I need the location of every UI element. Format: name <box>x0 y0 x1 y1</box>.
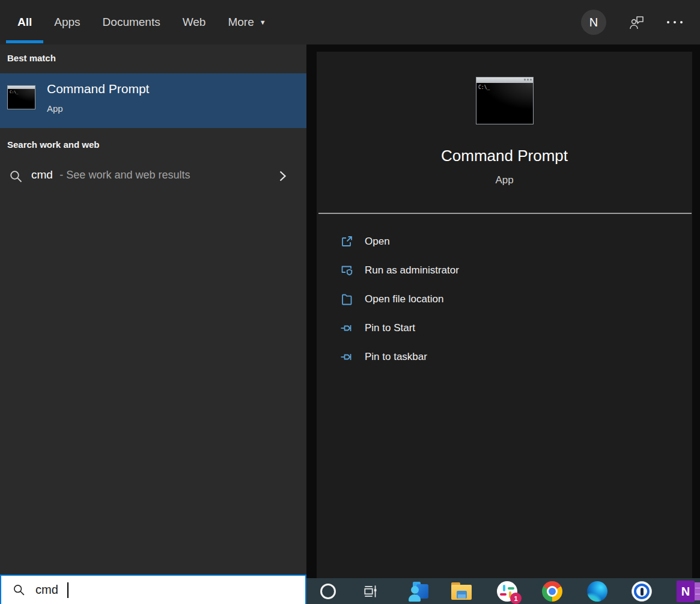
search-icon <box>12 583 26 597</box>
keyhole-glyph <box>632 581 652 602</box>
action-open[interactable]: Open <box>317 227 692 256</box>
slack-icon[interactable]: 1 <box>496 581 518 602</box>
more-options-icon[interactable] <box>667 21 683 23</box>
command-prompt-icon: C:\_ <box>7 85 35 109</box>
terminal-caption: C:\_ <box>478 85 490 90</box>
action-list: Open Run as administrator Open <box>317 227 692 371</box>
action-pin-to-start[interactable]: Pin to Start <box>317 314 692 343</box>
search-results-panel: Best match C:\_ Command Prompt App Searc… <box>0 44 306 575</box>
suggestion-query: cmd <box>31 168 53 181</box>
action-run-as-administrator[interactable]: Run as administrator <box>317 256 692 285</box>
web-section-header: Search work and web <box>7 139 99 150</box>
taskbar-search-box[interactable]: cmd <box>0 575 306 604</box>
action-label: Open file location <box>365 293 443 305</box>
notification-badge: 1 <box>510 593 522 604</box>
result-title: Command Prompt <box>47 82 149 96</box>
pin-icon <box>339 321 354 335</box>
tab-apps[interactable]: Apps <box>54 0 80 44</box>
preview-title: Command Prompt <box>317 147 692 165</box>
tab-all[interactable]: All <box>17 0 32 44</box>
teams-glyph <box>408 581 428 602</box>
onenote-glyph: N <box>677 581 700 602</box>
action-label: Open <box>365 236 390 248</box>
chrome-icon[interactable] <box>541 581 563 602</box>
cortana-ring <box>320 584 336 599</box>
preview-panel: C:\_ Command Prompt App Open <box>306 44 700 578</box>
open-icon <box>339 234 354 249</box>
file-explorer-icon[interactable] <box>451 581 472 602</box>
pin-icon <box>339 350 354 364</box>
tab-web-label: Web <box>183 16 206 29</box>
onenote-icon[interactable]: N <box>677 581 700 602</box>
text-caret <box>67 582 68 598</box>
teams-icon[interactable] <box>407 581 429 602</box>
tab-all-label: All <box>17 16 32 29</box>
edge-icon[interactable] <box>586 581 608 602</box>
active-tab-indicator <box>6 40 43 43</box>
action-label: Pin to Start <box>365 322 415 334</box>
topbar-actions: N <box>581 0 683 44</box>
tab-apps-label: Apps <box>54 16 80 29</box>
preview-card: C:\_ Command Prompt App Open <box>317 52 692 578</box>
chevron-down-icon: ▼ <box>260 19 266 26</box>
search-icon <box>8 169 24 185</box>
chrome-glyph <box>542 581 562 602</box>
terminal-caption: C:\_ <box>10 90 18 94</box>
onepassword-icon[interactable] <box>631 581 653 602</box>
action-label: Run as administrator <box>365 264 459 276</box>
preview-type: App <box>317 174 692 186</box>
search-filter-bar: All Apps Documents Web More ▼ N <box>0 0 700 44</box>
filter-tabs: All Apps Documents Web More ▼ <box>17 0 266 44</box>
action-label: Pin to taskbar <box>365 351 427 363</box>
action-pin-to-taskbar[interactable]: Pin to taskbar <box>317 343 692 371</box>
edge-glyph <box>587 581 607 602</box>
windows-search-overlay: All Apps Documents Web More ▼ N <box>0 0 700 604</box>
cortana-icon[interactable] <box>317 581 339 602</box>
result-type: App <box>47 103 63 114</box>
best-match-result[interactable]: C:\_ Command Prompt App <box>0 73 306 128</box>
chevron-right-icon <box>275 169 290 183</box>
divider <box>318 213 692 214</box>
admin-shield-icon <box>339 263 354 278</box>
search-input-value: cmd <box>35 583 58 597</box>
taskbar: 1 N <box>306 578 700 604</box>
web-search-suggestion[interactable]: cmd - See work and web results <box>0 161 306 192</box>
open-file-location-icon <box>339 292 354 307</box>
terminal-window-controls <box>524 79 532 81</box>
slack-glyph: 1 <box>497 581 517 602</box>
suggestion-text: cmd - See work and web results <box>31 168 190 182</box>
best-match-header: Best match <box>7 53 56 63</box>
avatar[interactable]: N <box>581 10 606 35</box>
tab-documents-label: Documents <box>103 16 160 29</box>
tab-documents[interactable]: Documents <box>103 0 160 44</box>
tab-more[interactable]: More ▼ <box>228 0 266 44</box>
command-prompt-icon-large: C:\_ <box>476 77 534 124</box>
action-open-file-location[interactable]: Open file location <box>317 285 692 314</box>
terminal-titlebar <box>476 78 533 83</box>
folder-glyph <box>451 582 472 600</box>
task-view-icon[interactable] <box>360 581 382 602</box>
tab-web[interactable]: Web <box>183 0 206 44</box>
feedback-icon[interactable] <box>628 15 645 30</box>
tab-more-label: More <box>228 16 254 29</box>
suggestion-suffix: - See work and web results <box>59 169 190 181</box>
